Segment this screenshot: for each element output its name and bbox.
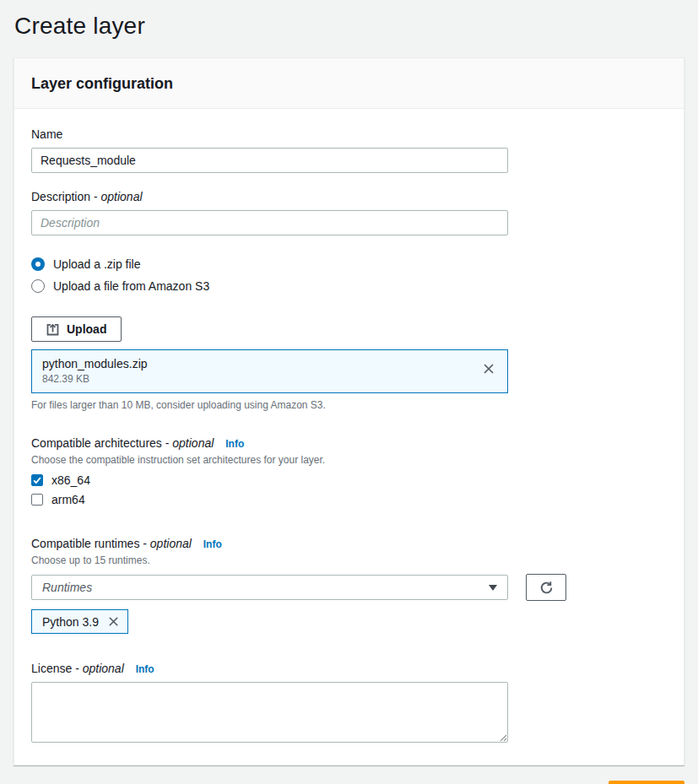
page-title: Create layer	[0, 0, 698, 40]
upload-button-label: Upload	[67, 322, 106, 336]
description-label-text: Description -	[31, 190, 98, 203]
radio-upload-zip[interactable]: Upload a .zip file	[31, 257, 667, 271]
description-input[interactable]	[31, 210, 508, 235]
upload-button[interactable]: Upload	[31, 316, 122, 342]
footer-actions: Cancel Create	[0, 765, 698, 784]
file-size: 842.39 KB	[42, 373, 480, 385]
close-icon	[482, 362, 495, 376]
license-textarea[interactable]	[31, 682, 508, 743]
refresh-runtimes-button[interactable]	[526, 574, 566, 601]
runtimes-optional-text: optional	[150, 537, 192, 550]
file-meta: python_modules.zip 842.39 KB	[42, 357, 480, 385]
name-label: Name	[31, 127, 667, 141]
file-name: python_modules.zip	[42, 357, 480, 370]
architectures-section: Compatible architectures - optional Info…	[31, 436, 667, 506]
checkbox-x86_64-label: x86_64	[51, 473, 90, 487]
chevron-down-icon	[489, 585, 497, 591]
name-field-group: Name	[31, 127, 667, 173]
runtimes-select-placeholder: Runtimes	[42, 581, 489, 594]
runtime-token-label: Python 3.9	[42, 615, 99, 629]
layer-configuration-panel: Layer configuration Name Description - o…	[14, 57, 684, 765]
description-label: Description - optional	[31, 190, 667, 203]
checkbox-row-x86_64[interactable]: x86_64	[31, 473, 667, 487]
radio-zip-label: Upload a .zip file	[53, 257, 141, 271]
upload-method-radio-group: Upload a .zip file Upload a file from Am…	[31, 257, 667, 293]
runtimes-info-link[interactable]: Info	[203, 538, 222, 550]
panel-header: Layer configuration	[14, 58, 684, 109]
architectures-info-link[interactable]: Info	[225, 438, 244, 450]
remove-runtime-button[interactable]	[106, 614, 121, 629]
license-label-text: License -	[31, 662, 79, 675]
radio-zip-icon[interactable]	[31, 257, 45, 271]
remove-file-button[interactable]	[480, 360, 497, 377]
panel-body: Name Description - optional Upload a .zi…	[14, 109, 684, 765]
checkbox-arm64-icon[interactable]	[31, 494, 43, 506]
architectures-label-text: Compatible architectures -	[31, 436, 169, 450]
architectures-description: Choose the compatible instruction set ar…	[31, 454, 667, 466]
checkbox-row-arm64[interactable]: arm64	[31, 493, 667, 506]
license-label: License - optional Info	[31, 662, 667, 675]
runtimes-select-row: Runtimes	[31, 574, 667, 601]
radio-upload-s3[interactable]: Upload a file from Amazon S3	[31, 279, 667, 293]
checkbox-x86_64-icon[interactable]	[31, 474, 43, 486]
license-optional-text: optional	[83, 662, 124, 675]
create-button[interactable]: Create	[609, 781, 684, 784]
description-field-group: Description - optional	[31, 190, 667, 235]
upload-icon	[46, 323, 59, 336]
panel-title: Layer configuration	[31, 75, 667, 93]
radio-s3-icon[interactable]	[31, 279, 45, 293]
license-section: License - optional Info	[31, 662, 667, 743]
name-input[interactable]	[31, 148, 508, 173]
runtimes-description: Choose up to 15 runtimes.	[31, 554, 667, 566]
file-size-hint: For files larger than 10 MB, consider up…	[31, 399, 667, 411]
close-icon	[107, 615, 120, 628]
runtimes-section: Compatible runtimes - optional Info Choo…	[31, 537, 667, 634]
runtimes-select[interactable]: Runtimes	[31, 575, 508, 600]
architectures-label: Compatible architectures - optional Info	[31, 436, 667, 450]
selected-file-box: python_modules.zip 842.39 KB	[31, 349, 508, 393]
description-optional-text: optional	[100, 190, 142, 203]
checkbox-arm64-label: arm64	[51, 493, 85, 506]
runtime-token-python39: Python 3.9	[31, 609, 128, 634]
refresh-icon	[539, 581, 554, 595]
runtimes-label: Compatible runtimes - optional Info	[31, 537, 667, 550]
license-info-link[interactable]: Info	[136, 663, 154, 675]
runtimes-label-text: Compatible runtimes -	[31, 537, 147, 550]
architectures-optional-text: optional	[172, 436, 214, 450]
radio-s3-label: Upload a file from Amazon S3	[53, 279, 209, 293]
